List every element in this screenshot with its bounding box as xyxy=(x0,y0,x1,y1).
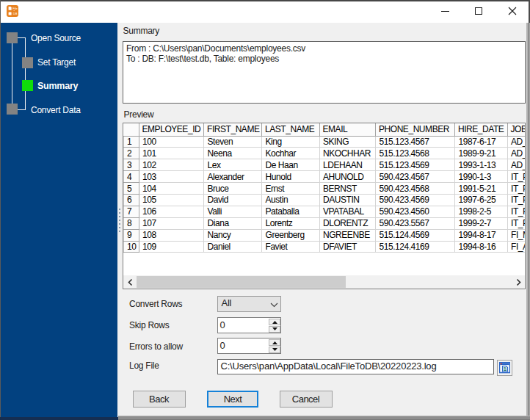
svg-text:DB: DB xyxy=(13,12,18,15)
svg-text:File: File xyxy=(12,7,18,10)
